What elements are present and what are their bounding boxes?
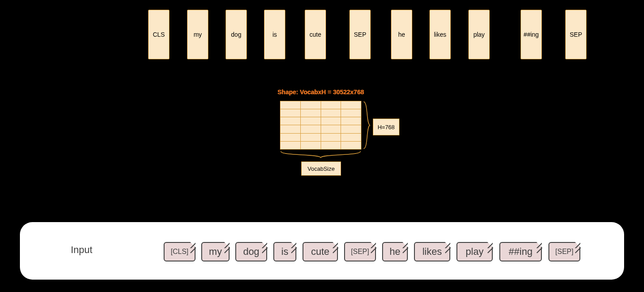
token-text: he bbox=[390, 246, 400, 257]
word-token: dog bbox=[235, 242, 267, 261]
embedding-row: CLSmydogiscuteSEPhelikesplay##ingSEP bbox=[0, 10, 644, 63]
embedding-matrix-grid bbox=[280, 101, 361, 150]
brace-right-icon bbox=[363, 101, 371, 150]
embedding-matrix-area: Shape: VocabxH = 30522x768 H=768 VocabSi… bbox=[268, 88, 391, 186]
embedding-token: dog bbox=[226, 10, 247, 59]
embedding-token: likes bbox=[429, 10, 451, 59]
token-text: play bbox=[466, 246, 483, 257]
embedding-token: my bbox=[187, 10, 208, 59]
input-token-row: [CLS]mydogiscute[SEP]helikesplay##ing[SE… bbox=[20, 242, 624, 264]
word-token: is bbox=[273, 242, 296, 261]
special-token: [CLS] bbox=[164, 242, 196, 261]
token-text: [CLS] bbox=[171, 248, 188, 256]
special-token: [SEP] bbox=[548, 242, 580, 261]
brace-bottom-icon bbox=[280, 150, 361, 158]
diagram-canvas: CLSmydogiscuteSEPhelikesplay##ingSEP Sha… bbox=[0, 0, 644, 292]
token-text: is bbox=[281, 246, 288, 257]
embedding-token: ##ing bbox=[521, 10, 542, 59]
word-token: cute bbox=[303, 242, 338, 261]
embedding-token: SEP bbox=[565, 10, 586, 59]
token-text: my bbox=[209, 246, 222, 257]
embedding-token: CLS bbox=[148, 10, 169, 59]
embedding-token: he bbox=[391, 10, 412, 59]
h-dimension-label: H=768 bbox=[373, 119, 399, 135]
word-token: he bbox=[382, 242, 408, 261]
token-text: cute bbox=[311, 246, 330, 257]
matrix-shape-caption: Shape: VocabxH = 30522x768 bbox=[268, 88, 374, 96]
special-token: [SEP] bbox=[344, 242, 376, 261]
word-token: play bbox=[456, 242, 493, 261]
embedding-token: SEP bbox=[349, 10, 371, 59]
token-text: [SEP] bbox=[556, 248, 574, 256]
token-text: dog bbox=[243, 246, 260, 257]
word-token: my bbox=[201, 242, 230, 261]
embedding-token: play bbox=[468, 10, 490, 59]
embedding-token: is bbox=[264, 10, 285, 59]
token-text: ##ing bbox=[509, 246, 533, 257]
vocab-dimension-label: VocabSize bbox=[301, 161, 341, 176]
token-text: likes bbox=[422, 246, 442, 257]
word-token: likes bbox=[414, 242, 450, 261]
input-panel: Input [CLS]mydogiscute[SEP]helikesplay##… bbox=[20, 222, 624, 280]
embedding-token: cute bbox=[305, 10, 326, 59]
token-text: [SEP] bbox=[351, 248, 369, 256]
word-token: ##ing bbox=[499, 242, 542, 261]
